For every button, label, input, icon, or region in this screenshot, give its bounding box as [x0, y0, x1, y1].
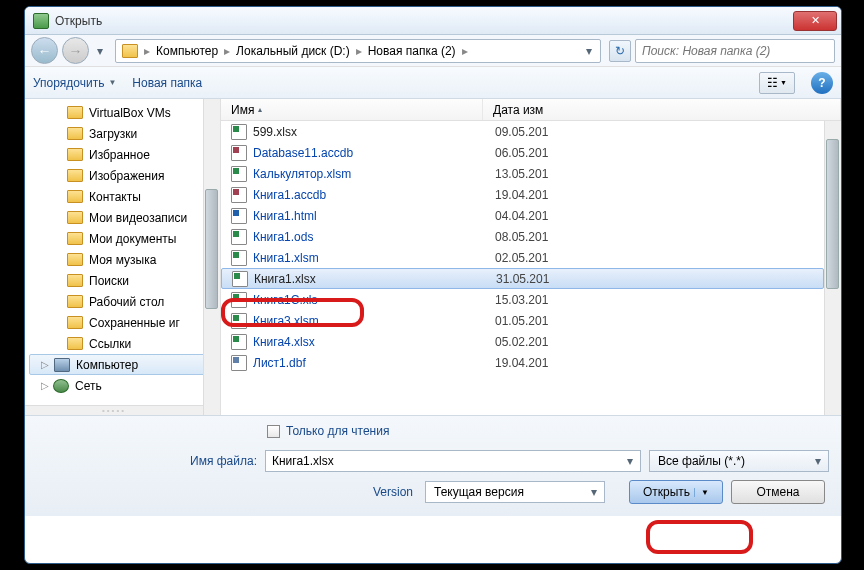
breadcrumb-item[interactable]: Компьютер [152, 44, 222, 58]
file-date: 19.04.201 [495, 188, 548, 202]
sidebar: VirtualBox VMsЗагрузкиИзбранноеИзображен… [25, 99, 221, 415]
file-date: 13.05.201 [495, 167, 548, 181]
column-header-date[interactable]: Дата изм [483, 99, 841, 120]
sidebar-item[interactable]: Загрузки [25, 123, 220, 144]
help-button[interactable]: ? [811, 72, 833, 94]
expand-icon[interactable]: ▷ [41, 359, 51, 370]
forward-button[interactable]: → [62, 37, 89, 64]
sidebar-item-label: Изображения [89, 169, 164, 183]
file-list-scrollbar[interactable] [824, 121, 841, 415]
chevron-down-icon[interactable]: ▾ [622, 454, 638, 468]
folder-icon [67, 295, 83, 308]
file-date: 08.05.201 [495, 230, 548, 244]
file-row[interactable]: Книга1.xlsm02.05.201 [221, 247, 824, 268]
file-row[interactable]: Калькулятор.xlsm13.05.201 [221, 163, 824, 184]
sort-arrow-icon: ▴ [258, 105, 262, 114]
file-type-filter[interactable]: Все файлы (*.*) ▾ [649, 450, 829, 472]
chevron-down-icon: ▼ [108, 78, 116, 87]
sidebar-item[interactable]: Ссылки [25, 333, 220, 354]
folder-icon [67, 169, 83, 182]
folder-icon [67, 190, 83, 203]
sidebar-item-label: Контакты [89, 190, 141, 204]
sidebar-item[interactable]: Избранное [25, 144, 220, 165]
chevron-right-icon[interactable]: ▸ [354, 44, 364, 58]
organize-menu[interactable]: Упорядочить ▼ [33, 76, 116, 90]
close-button[interactable]: ✕ [793, 11, 837, 31]
filename-row: Имя файла: Книга1.xlsx ▾ Все файлы (*.*)… [37, 450, 829, 472]
file-row[interactable]: Книга1.ods08.05.201 [221, 226, 824, 247]
sidebar-item-computer[interactable]: ▷ Компьютер [29, 354, 216, 375]
cancel-button[interactable]: Отмена [731, 480, 825, 504]
nav-bar: ← → ▾ ▸ Компьютер ▸ Локальный диск (D:) … [25, 35, 841, 67]
file-date: 01.05.201 [495, 314, 548, 328]
version-label: Version [373, 485, 413, 499]
sidebar-item[interactable]: Изображения [25, 165, 220, 186]
network-icon [53, 379, 69, 393]
sidebar-item[interactable]: VirtualBox VMs [25, 102, 220, 123]
sidebar-item-label: Рабочий стол [89, 295, 164, 309]
scrollbar-thumb[interactable] [826, 139, 839, 289]
sidebar-scrollbar[interactable] [203, 99, 220, 415]
breadcrumb-dropdown[interactable]: ▾ [580, 44, 598, 58]
file-row[interactable]: Книга3.xlsm01.05.201 [221, 310, 824, 331]
column-header-name[interactable]: Имя ▴ [221, 99, 483, 120]
view-mode-button[interactable]: ☷ ▼ [759, 72, 795, 94]
file-date: 31.05.201 [496, 272, 549, 286]
file-row[interactable]: Книга1С.xls15.03.201 [221, 289, 824, 310]
sidebar-item-label: VirtualBox VMs [89, 106, 171, 120]
open-dialog: Открыть ✕ ← → ▾ ▸ Компьютер ▸ Локальный … [24, 6, 842, 564]
button-row: Version Текущая версия ▾ Открыть ▼ Отмен… [37, 480, 829, 504]
back-button[interactable]: ← [31, 37, 58, 64]
chevron-down-icon[interactable]: ▾ [586, 485, 602, 499]
readonly-checkbox[interactable] [267, 425, 280, 438]
file-row[interactable]: Лист1.dbf19.04.201 [221, 352, 824, 373]
sidebar-item[interactable]: Поиски [25, 270, 220, 291]
chevron-down-icon[interactable]: ▾ [810, 454, 826, 468]
version-select[interactable]: Текущая версия ▾ [425, 481, 605, 503]
folder-icon [67, 127, 83, 140]
file-row[interactable]: Книга4.xlsx05.02.201 [221, 331, 824, 352]
search-input[interactable] [635, 39, 835, 63]
refresh-button[interactable]: ↻ [609, 40, 631, 62]
sidebar-item[interactable]: Контакты [25, 186, 220, 207]
expand-icon[interactable]: ▷ [41, 380, 51, 391]
sidebar-item-label: Сохраненные иг [89, 316, 180, 330]
file-icon [231, 208, 247, 224]
filename-input[interactable]: Книга1.xlsx ▾ [265, 450, 641, 472]
file-icon [231, 334, 247, 350]
nav-history-dropdown[interactable]: ▾ [93, 44, 107, 58]
sidebar-item[interactable]: Мои документы [25, 228, 220, 249]
file-icon [231, 250, 247, 266]
window-title: Открыть [55, 14, 793, 28]
app-icon [33, 13, 49, 29]
file-row[interactable]: Книга1.xlsx31.05.201 [221, 268, 824, 289]
breadcrumb-item[interactable]: Новая папка (2) [364, 44, 460, 58]
file-row[interactable]: Книга1.html04.04.201 [221, 205, 824, 226]
breadcrumb-bar[interactable]: ▸ Компьютер ▸ Локальный диск (D:) ▸ Нова… [115, 39, 601, 63]
sidebar-item[interactable]: Моя музыка [25, 249, 220, 270]
scrollbar-thumb[interactable] [205, 189, 218, 309]
open-button[interactable]: Открыть ▼ [629, 480, 723, 504]
sidebar-item-network[interactable]: ▷ Сеть [25, 375, 220, 396]
chevron-right-icon[interactable]: ▸ [142, 44, 152, 58]
sidebar-item[interactable]: Мои видеозаписи [25, 207, 220, 228]
sidebar-item[interactable]: Рабочий стол [25, 291, 220, 312]
file-icon [231, 166, 247, 182]
sidebar-resize-handle[interactable]: ••••• [25, 405, 203, 415]
file-icon [231, 292, 247, 308]
file-row[interactable]: Database11.accdb06.05.201 [221, 142, 824, 163]
new-folder-button[interactable]: Новая папка [132, 76, 202, 90]
file-date: 02.05.201 [495, 251, 548, 265]
chevron-down-icon[interactable]: ▼ [694, 488, 709, 497]
sidebar-item[interactable]: Сохраненные иг [25, 312, 220, 333]
file-name: Книга3.xlsm [253, 314, 489, 328]
file-row[interactable]: 599.xlsx09.05.201 [221, 121, 824, 142]
file-icon [231, 355, 247, 371]
breadcrumb-item[interactable]: Локальный диск (D:) [232, 44, 354, 58]
file-name: Калькулятор.xlsm [253, 167, 489, 181]
chevron-right-icon[interactable]: ▸ [460, 44, 470, 58]
folder-icon [67, 316, 83, 329]
file-row[interactable]: Книга1.accdb19.04.201 [221, 184, 824, 205]
chevron-right-icon[interactable]: ▸ [222, 44, 232, 58]
sidebar-item-label: Мои видеозаписи [89, 211, 187, 225]
